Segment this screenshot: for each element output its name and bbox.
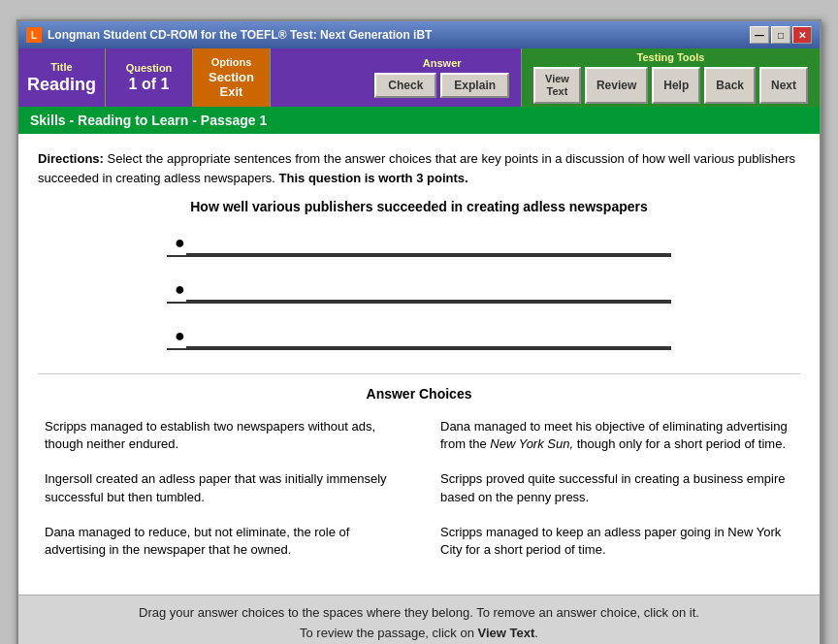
answer-slot-2[interactable]: ● bbox=[167, 276, 671, 304]
directions-prefix: Directions: bbox=[38, 151, 104, 166]
bullet-2: ● bbox=[175, 279, 185, 300]
minimize-button[interactable]: — bbox=[750, 26, 769, 44]
window-controls: — □ ✕ bbox=[750, 26, 812, 44]
nav-title-section: Title Reading bbox=[18, 48, 106, 107]
review-button[interactable]: Review bbox=[585, 67, 648, 104]
directions-bold: This question is worth 3 points. bbox=[275, 171, 468, 185]
nav-spacer bbox=[271, 48, 363, 107]
nav-question-label: Question bbox=[126, 62, 173, 74]
choice-1[interactable]: Scripps managed to establish two newspap… bbox=[38, 413, 404, 458]
choice-4[interactable]: Scripps proved quite successful in creat… bbox=[434, 466, 800, 510]
footer: Drag your answer choices to the spaces w… bbox=[18, 595, 820, 644]
nav-options-value: Section Exit bbox=[209, 70, 254, 99]
app-icon: L bbox=[26, 27, 42, 43]
window-title: Longman Student CD-ROM for the TOEFL® Te… bbox=[48, 28, 432, 42]
footer-line1: Drag your answer choices to the spaces w… bbox=[34, 603, 804, 624]
next-button[interactable]: Next bbox=[759, 67, 808, 104]
explain-button[interactable]: Explain bbox=[440, 73, 509, 98]
answer-choices-title: Answer Choices bbox=[38, 373, 800, 402]
bullet-3: ● bbox=[175, 326, 185, 346]
nav-tools-section: Testing Tools View Text Review Help Back… bbox=[522, 48, 820, 107]
nav-answer-buttons: Check Explain bbox=[374, 73, 509, 98]
nav-title-label: Title bbox=[50, 61, 72, 73]
nav-question-value: 1 of 1 bbox=[129, 76, 170, 93]
footer-line2: To review the passage, click on View Tex… bbox=[34, 624, 804, 644]
question-title: How well various publishers succeeded in… bbox=[38, 199, 800, 214]
view-text-button[interactable]: View Text bbox=[533, 67, 581, 104]
answer-slot-3[interactable]: ● bbox=[167, 323, 671, 350]
slot-line-1 bbox=[186, 253, 671, 255]
nav-question-section: Question 1 of 1 bbox=[106, 48, 193, 107]
title-bar: L Longman Student CD-ROM for the TOEFL® … bbox=[18, 21, 820, 48]
nav-options-section[interactable]: Options Section Exit bbox=[193, 48, 271, 107]
choice-3[interactable]: Ingersoll created an adless paper that w… bbox=[38, 466, 404, 510]
close-button[interactable]: ✕ bbox=[792, 26, 812, 44]
nav-bar: Title Reading Question 1 of 1 Options Se… bbox=[18, 48, 820, 107]
italic-sun: New York Sun, bbox=[490, 436, 573, 451]
answer-slots-container: ● ● ● bbox=[38, 230, 800, 350]
answer-slot-1[interactable]: ● bbox=[167, 230, 671, 257]
section-header: Skills - Reading to Learn - Passage 1 bbox=[18, 107, 820, 134]
choices-grid: Scripps managed to establish two newspap… bbox=[38, 413, 800, 564]
check-button[interactable]: Check bbox=[374, 73, 436, 98]
nav-tools-buttons: View Text Review Help Back Next bbox=[533, 67, 808, 104]
back-button[interactable]: Back bbox=[704, 67, 756, 104]
bullet-1: ● bbox=[175, 233, 185, 253]
nav-tools-label: Testing Tools bbox=[637, 51, 705, 63]
help-button[interactable]: Help bbox=[652, 67, 700, 104]
main-window: L Longman Student CD-ROM for the TOEFL® … bbox=[16, 19, 822, 644]
content-area: Directions: Select the appropriate sente… bbox=[18, 134, 820, 595]
directions-text: Directions: Select the appropriate sente… bbox=[38, 149, 800, 187]
title-bar-left: L Longman Student CD-ROM for the TOEFL® … bbox=[26, 27, 432, 43]
nav-title-value: Reading bbox=[27, 75, 96, 95]
footer-line2-suffix: . bbox=[534, 626, 538, 640]
maximize-button[interactable]: □ bbox=[771, 26, 790, 44]
choice-5[interactable]: Dana managed to reduce, but not eliminat… bbox=[38, 519, 404, 564]
footer-view-text-link[interactable]: View Text bbox=[478, 626, 535, 640]
nav-answer-label: Answer bbox=[423, 57, 462, 69]
slot-line-3 bbox=[186, 346, 671, 348]
nav-options-label: Options bbox=[211, 56, 252, 68]
nav-answer-section: Answer Check Explain bbox=[363, 48, 522, 107]
footer-line2-prefix: To review the passage, click on bbox=[300, 626, 478, 640]
slot-line-2 bbox=[186, 300, 671, 302]
choice-2[interactable]: Dana managed to meet his objective of el… bbox=[434, 413, 800, 458]
choice-6[interactable]: Scripps managed to keep an adless paper … bbox=[434, 519, 800, 564]
